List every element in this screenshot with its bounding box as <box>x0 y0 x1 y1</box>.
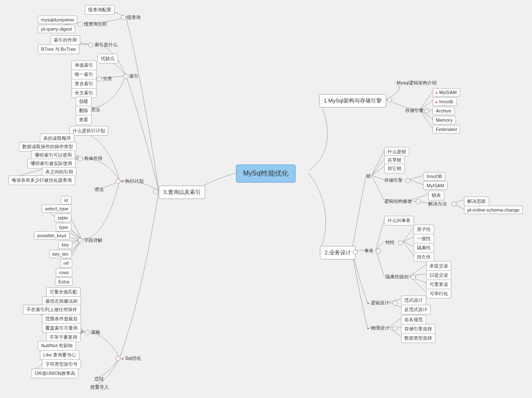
leaf[interactable]: 可串行化 <box>426 289 451 298</box>
branch-biz[interactable]: 2.业务设计 <box>320 246 356 259</box>
leaf[interactable]: 唯一索引 <box>71 70 97 79</box>
leaf[interactable]: 删除 <box>76 106 92 115</box>
toggle-icon[interactable]: − <box>387 97 392 102</box>
leaf[interactable]: Extra <box>55 278 73 286</box>
toggle-icon[interactable]: − <box>78 238 83 243</box>
leaf[interactable]: 慢查询配置 <box>85 5 115 15</box>
node[interactable]: 存储引擎 <box>384 177 403 183</box>
node[interactable]: ▸逻辑设计 <box>367 300 389 306</box>
leaf[interactable]: 以提交读 <box>426 270 451 280</box>
leaf[interactable]: 每张表有多少行被优化器查询 <box>8 175 75 185</box>
node[interactable]: 存储引擎 <box>405 107 424 114</box>
node[interactable]: 特性 <box>385 239 395 246</box>
toggle-icon[interactable]: − <box>416 199 421 204</box>
leaf[interactable]: table <box>55 214 71 222</box>
branch-query[interactable]: 3.查询以及索引 <box>159 186 205 199</box>
leaf[interactable]: 什么是执行计划 <box>69 126 108 136</box>
leaf[interactable]: MyISAM <box>423 181 448 190</box>
node[interactable]: 锁 <box>366 173 371 179</box>
leaf[interactable]: 范式设计 <box>401 296 426 305</box>
leaf[interactable]: 字符类型加引号 <box>42 359 81 369</box>
node[interactable]: 分类 <box>103 76 112 82</box>
leaf[interactable]: possible_keys <box>34 231 70 240</box>
leaf[interactable]: pt-query-digest <box>38 25 75 33</box>
leaf[interactable]: ▸Innodb <box>432 97 457 106</box>
leaf[interactable]: 反范式设计 <box>401 305 431 314</box>
node[interactable]: 字段详解 <box>84 237 102 244</box>
leaf[interactable]: 优缺点 <box>97 54 118 63</box>
leaf[interactable]: 不在索引列上做任何操作 <box>23 305 81 314</box>
toggle-icon[interactable]: − <box>121 15 126 20</box>
toggle-icon[interactable]: − <box>398 240 403 245</box>
leaf[interactable]: 查看 <box>76 115 92 125</box>
leaf[interactable]: 持久性 <box>414 252 434 262</box>
leaf[interactable]: 排它锁 <box>384 164 405 173</box>
leaf[interactable]: Archive <box>432 107 455 115</box>
leaf[interactable]: 存储引擎选择 <box>401 324 435 334</box>
leaf[interactable]: id <box>61 196 71 204</box>
toggle-icon[interactable]: − <box>85 330 90 335</box>
toggle-icon[interactable]: − <box>78 22 83 27</box>
leaf[interactable]: 范围条件放最后 <box>42 314 81 324</box>
toggle-icon[interactable]: − <box>115 356 121 361</box>
node[interactable]: ▸物理设计 <box>367 325 389 331</box>
leaf[interactable]: ref <box>60 259 72 267</box>
node[interactable]: ▸Sql优化 <box>122 355 141 361</box>
leaf[interactable]: 创建 <box>76 97 92 106</box>
root-node[interactable]: MySql性能优化 <box>236 165 296 183</box>
leaf[interactable]: mysqldumpslow <box>38 16 77 24</box>
toggle-icon[interactable]: − <box>376 249 381 254</box>
leaf[interactable]: 尽量全值匹配 <box>46 287 81 297</box>
leaf[interactable]: 锁表 <box>428 191 444 200</box>
node[interactable]: 策略 <box>91 329 100 335</box>
leaf[interactable]: type <box>56 223 71 231</box>
toggle-icon[interactable]: − <box>88 42 93 47</box>
toggle-icon[interactable]: − <box>411 275 416 280</box>
node[interactable]: 事务 <box>364 248 374 254</box>
node[interactable]: ▸执行计划 <box>122 178 144 184</box>
leaf[interactable]: 一致性 <box>414 234 434 244</box>
leaf[interactable]: 原子性 <box>414 225 434 234</box>
node[interactable]: 批量导入 <box>90 384 109 390</box>
node[interactable]: 慢查询 <box>127 14 141 21</box>
leaf[interactable]: 覆盖索引尽量用 <box>42 323 81 333</box>
leaf[interactable]: 命名规范 <box>401 315 426 325</box>
toggle-icon[interactable]: − <box>393 326 398 331</box>
leaf[interactable]: key_len <box>49 250 72 258</box>
node[interactable]: 解决办法 <box>428 201 447 207</box>
leaf[interactable]: Memory <box>432 116 456 124</box>
node[interactable]: Mysql逻辑架构介绍 <box>397 80 437 86</box>
leaf[interactable]: key <box>58 241 72 249</box>
leaf[interactable]: ▸MyISAM <box>432 88 460 97</box>
leaf[interactable]: 未提交读 <box>426 261 451 271</box>
node[interactable]: 索引是什么 <box>94 42 118 48</box>
leaf[interactable]: 什么叫事务 <box>384 216 414 225</box>
leaf[interactable]: Federated <box>432 125 460 134</box>
node[interactable]: 慢查询分析 <box>84 21 107 27</box>
node[interactable]: 语法 <box>91 107 100 113</box>
leaf[interactable]: rows <box>56 268 72 277</box>
leaf[interactable]: OR改UNION效率高 <box>31 369 79 378</box>
toggle-icon[interactable]: − <box>123 74 128 79</box>
toggle-icon[interactable]: − <box>424 108 429 113</box>
node[interactable]: 总结 <box>94 376 104 382</box>
node[interactable]: 索引 <box>129 73 139 79</box>
leaf[interactable]: 隔离性 <box>414 243 434 253</box>
toggle-icon[interactable]: − <box>393 301 398 306</box>
toggle-icon[interactable]: − <box>353 249 358 254</box>
leaf[interactable]: InnoDB <box>423 172 446 181</box>
toggle-icon[interactable]: − <box>451 202 456 207</box>
leaf[interactable]: Null/Not 有影响 <box>38 341 76 351</box>
toggle-icon[interactable]: − <box>115 179 121 184</box>
leaf[interactable]: 单值索引 <box>71 60 97 70</box>
toggle-icon[interactable]: − <box>153 189 158 194</box>
leaf[interactable]: select_type <box>42 204 72 213</box>
node[interactable]: 逻辑结构修改 <box>384 198 412 204</box>
leaf[interactable]: BTree 与 B+Tree <box>38 45 79 54</box>
leaf[interactable]: pt-online-schema-change <box>464 206 523 214</box>
leaf[interactable]: Like 查询要当心 <box>40 350 79 360</box>
leaf[interactable]: 可重复读 <box>426 280 451 289</box>
leaf[interactable]: 解决思路 <box>464 196 489 206</box>
toggle-icon[interactable]: − <box>97 76 102 81</box>
node[interactable]: 隔离性级别 <box>385 274 409 280</box>
